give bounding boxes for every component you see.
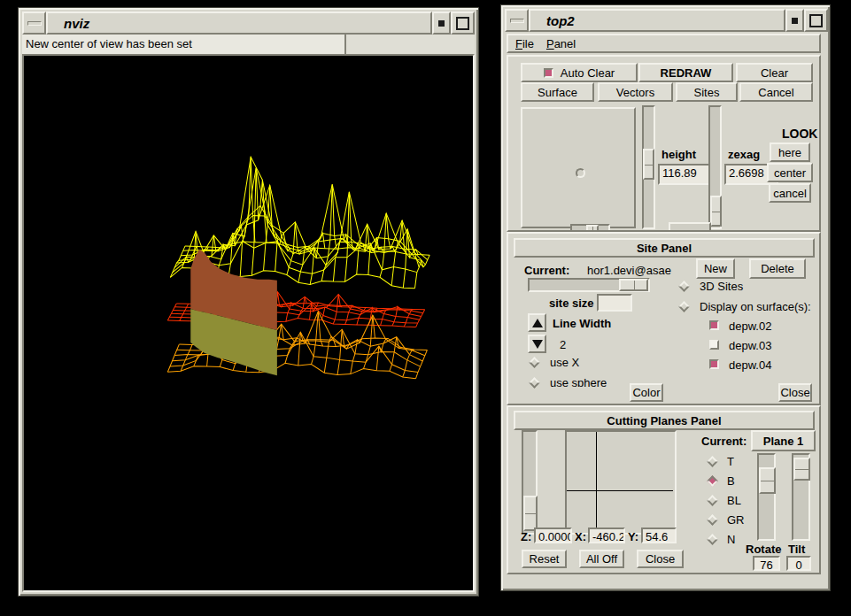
cutting-planes-panel: Cutting Planes Panel Current: Plane 1 T … bbox=[507, 405, 821, 574]
nviz-titlebar[interactable]: nviz bbox=[22, 12, 475, 35]
plane-radio-GR-label: GR bbox=[727, 513, 745, 527]
nviz-statusbar: New center of view has been set bbox=[22, 35, 475, 54]
tilt-slider-thumb[interactable] bbox=[793, 458, 810, 481]
status-message: New center of view has been set bbox=[22, 35, 346, 54]
plane-z-slider[interactable] bbox=[522, 430, 538, 535]
site-panel-header: Site Panel bbox=[514, 238, 815, 258]
depw02-checkbox[interactable] bbox=[709, 320, 719, 330]
tilt-slider[interactable] bbox=[792, 453, 810, 541]
clipped-slider-fragment[interactable] bbox=[570, 224, 610, 232]
look-here-button[interactable]: here bbox=[770, 142, 810, 162]
z-input[interactable]: 0.0000 bbox=[534, 527, 572, 543]
radio-diamond-icon bbox=[707, 475, 718, 487]
menu-panel[interactable]: Panel bbox=[546, 37, 576, 50]
current-label: Current: bbox=[524, 264, 569, 277]
auto-clear-indicator bbox=[544, 68, 553, 78]
delete-site-button[interactable]: Delete bbox=[749, 258, 806, 279]
depw03-label: depw.03 bbox=[729, 339, 771, 352]
pad-vertical-line bbox=[596, 432, 597, 533]
status-text: New center of view has been set bbox=[26, 37, 192, 50]
rotate-slider-thumb[interactable] bbox=[759, 467, 776, 494]
auto-clear-checkbutton[interactable]: Auto Clear bbox=[521, 63, 638, 82]
iconify-button[interactable] bbox=[432, 12, 451, 35]
radio-diamond-icon bbox=[707, 514, 718, 526]
radio-diamond-icon bbox=[529, 377, 540, 389]
height-slider-thumb[interactable] bbox=[643, 149, 654, 180]
z-label: Z: bbox=[521, 530, 531, 543]
vectors-button[interactable]: Vectors bbox=[598, 82, 673, 102]
menu-file[interactable]: File bbox=[515, 37, 534, 50]
site-size-slider-thumb[interactable] bbox=[619, 279, 648, 291]
cut-all-off-button[interactable]: All Off bbox=[579, 550, 624, 568]
x-input[interactable]: -460.2 bbox=[588, 527, 625, 543]
site-size-label: site size bbox=[549, 296, 594, 310]
plane-z-slider-thumb[interactable] bbox=[523, 496, 538, 531]
y-input[interactable]: 54.6 bbox=[641, 527, 677, 543]
eye-position-marker[interactable] bbox=[576, 168, 585, 178]
zexag-slider[interactable] bbox=[708, 105, 722, 229]
clear-button[interactable]: Clear bbox=[736, 63, 813, 82]
surface-button[interactable]: Surface bbox=[521, 82, 594, 102]
maximize-icon bbox=[456, 17, 469, 30]
plane-radio-N-label: N bbox=[727, 533, 735, 546]
rotate-slider[interactable] bbox=[757, 453, 776, 541]
zexag-slider-thumb[interactable] bbox=[710, 196, 722, 227]
site-close-button[interactable]: Close bbox=[778, 383, 812, 402]
y-label: Y: bbox=[628, 530, 638, 543]
depw04-checkbox[interactable] bbox=[709, 359, 719, 369]
top2-titlebar[interactable]: top2 bbox=[505, 9, 828, 32]
sites-3d-label: 3D Sites bbox=[700, 280, 743, 293]
window-menu-button[interactable] bbox=[505, 9, 529, 32]
plane-radio-BL-label: BL bbox=[727, 494, 741, 507]
line-width-value: 2 bbox=[560, 338, 566, 351]
pad-horizontal-line bbox=[567, 490, 673, 491]
site-color-button[interactable]: Color bbox=[630, 383, 663, 402]
radio-diamond-icon bbox=[707, 495, 718, 506]
line-width-down-button[interactable] bbox=[528, 335, 546, 353]
iconify-icon bbox=[792, 18, 798, 24]
top2-window: top2 File Panel Auto Clear REDRAW Clear … bbox=[500, 4, 831, 591]
look-center-button[interactable]: center bbox=[767, 163, 813, 182]
use-x-label: use X bbox=[550, 356, 579, 369]
cutting-planes-header: Cutting Planes Panel bbox=[514, 411, 815, 430]
clipped-slider-thumb[interactable] bbox=[586, 225, 599, 232]
rotate-input[interactable]: 76 bbox=[753, 556, 780, 571]
tilt-input[interactable]: 0 bbox=[786, 556, 811, 571]
use-sphere-label: use sphere bbox=[550, 376, 607, 387]
site-size-slider[interactable] bbox=[528, 278, 650, 292]
maximize-button[interactable] bbox=[804, 9, 828, 32]
line-width-up-button[interactable] bbox=[528, 313, 546, 332]
height-input[interactable]: 116.89 bbox=[658, 164, 712, 185]
window-menu-button[interactable] bbox=[22, 12, 46, 35]
plane-radio-T-label: T bbox=[727, 455, 734, 468]
iconify-button[interactable] bbox=[785, 9, 804, 32]
redraw-button[interactable]: REDRAW bbox=[638, 63, 733, 82]
cancel-button[interactable]: Cancel bbox=[739, 82, 813, 102]
look-label: LOOK bbox=[782, 127, 817, 141]
nviz-window-title: nviz bbox=[46, 12, 432, 35]
top2-window-title: top2 bbox=[529, 9, 785, 32]
height-slider[interactable] bbox=[642, 105, 655, 229]
sites-button[interactable]: Sites bbox=[676, 82, 738, 102]
arrow-down-icon bbox=[532, 340, 543, 349]
top2-title-text: top2 bbox=[546, 13, 575, 28]
view-position-pad[interactable] bbox=[521, 107, 636, 228]
maximize-button[interactable] bbox=[451, 12, 475, 35]
look-cancel-button[interactable]: cancel bbox=[769, 183, 811, 203]
nviz-title-text: nviz bbox=[64, 16, 89, 31]
depw03-checkbox[interactable] bbox=[709, 340, 719, 350]
plane-select-menubutton[interactable]: Plane 1 bbox=[751, 430, 816, 451]
site-size-input[interactable] bbox=[597, 294, 632, 312]
cut-reset-button[interactable]: Reset bbox=[522, 550, 567, 568]
gl-canvas[interactable] bbox=[22, 54, 475, 592]
zexag-label: zexag bbox=[728, 148, 760, 161]
plane-radio-B-label: B bbox=[727, 474, 735, 488]
view-panel: Auto Clear REDRAW Clear Surface Vectors … bbox=[507, 55, 821, 232]
plane-position-pad[interactable] bbox=[565, 430, 677, 535]
radio-diamond-icon bbox=[707, 534, 718, 545]
menubar: File Panel bbox=[507, 34, 821, 53]
height-label: height bbox=[661, 148, 696, 161]
new-site-button[interactable]: New bbox=[696, 258, 735, 279]
window-menu-icon bbox=[510, 19, 524, 23]
cut-close-button[interactable]: Close bbox=[637, 550, 684, 568]
